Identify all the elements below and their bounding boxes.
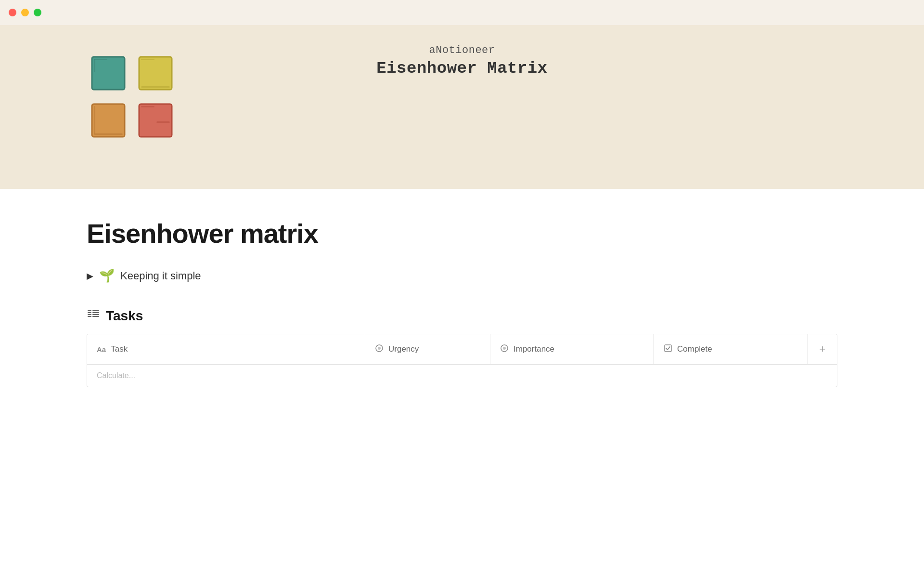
page-title: Eisenhower matrix [87, 218, 837, 249]
banner-subtitle: aNotioneer [429, 44, 495, 56]
tasks-section-header: Tasks [87, 307, 837, 324]
urgency-col-icon [375, 344, 384, 355]
matrix-icon-grid [89, 54, 180, 144]
task-col-label: Task [111, 344, 128, 354]
close-button[interactable] [9, 9, 16, 16]
hint-text: Calculate... [97, 371, 135, 380]
importance-col-label: Importance [513, 344, 554, 354]
col-header-task: Aa Task [87, 334, 365, 364]
matrix-icon-red [136, 101, 175, 140]
matrix-icon-yellow [136, 54, 175, 92]
col-header-complete: Complete [654, 334, 808, 364]
matrix-icon-orange [89, 101, 128, 140]
urgency-col-label: Urgency [388, 344, 419, 354]
matrix-icon-teal [89, 54, 128, 92]
svg-rect-6 [92, 104, 125, 137]
importance-col-icon [500, 344, 509, 355]
maximize-button[interactable] [34, 9, 41, 16]
svg-rect-7 [94, 133, 123, 135]
svg-rect-5 [141, 86, 170, 88]
tasks-table: Aa Task Urgency [87, 334, 837, 387]
add-column-button[interactable]: + [808, 334, 837, 364]
minimize-button[interactable] [21, 9, 29, 16]
svg-rect-0 [92, 57, 125, 90]
tasks-title: Tasks [106, 308, 143, 324]
svg-rect-19 [92, 316, 99, 317]
svg-rect-16 [92, 312, 99, 313]
banner: aNotioneer Eisenhower Matrix [0, 25, 924, 189]
banner-title: Eisenhower Matrix [376, 59, 547, 78]
svg-rect-12 [88, 310, 91, 311]
svg-point-23 [503, 347, 506, 350]
svg-rect-3 [139, 57, 172, 90]
tasks-icon [87, 307, 100, 324]
toggle-arrow[interactable]: ▶ [87, 271, 93, 281]
svg-rect-2 [94, 59, 95, 72]
svg-rect-14 [88, 314, 91, 315]
svg-rect-18 [88, 316, 91, 317]
complete-col-icon [664, 344, 672, 355]
svg-rect-9 [139, 104, 172, 137]
svg-rect-8 [94, 106, 95, 134]
table-header-row: Aa Task Urgency [87, 334, 837, 365]
svg-rect-1 [94, 59, 107, 60]
col-header-importance: Importance [490, 334, 654, 364]
svg-rect-11 [156, 121, 170, 123]
svg-rect-4 [141, 59, 154, 60]
col-header-urgency: Urgency [365, 334, 490, 364]
toggle-text: Keeping it simple [120, 270, 201, 282]
svg-rect-15 [92, 310, 99, 311]
add-col-icon[interactable]: + [820, 343, 826, 355]
toggle-row[interactable]: ▶ 🌱 Keeping it simple [87, 268, 837, 283]
toggle-emoji: 🌱 [99, 268, 115, 283]
svg-rect-24 [665, 345, 671, 352]
svg-rect-10 [141, 106, 154, 107]
complete-col-label: Complete [677, 344, 712, 354]
svg-rect-13 [88, 312, 91, 313]
table-bottom-hint: Calculate... [87, 365, 837, 387]
svg-point-21 [378, 347, 381, 350]
main-content: Eisenhower matrix ▶ 🌱 Keeping it simple … [0, 189, 924, 387]
svg-rect-17 [92, 314, 99, 315]
task-col-icon: Aa [97, 345, 106, 354]
titlebar [0, 0, 924, 25]
